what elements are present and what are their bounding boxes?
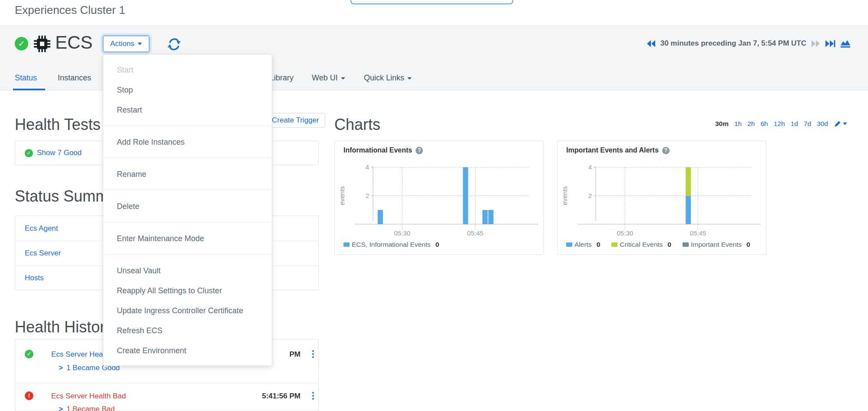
range-2h[interactable]: 2h: [747, 120, 755, 128]
kebab-menu-icon[interactable]: [310, 392, 316, 401]
ecs-agent-link[interactable]: Ecs Agent: [25, 224, 58, 233]
svg-text:2: 2: [366, 192, 369, 199]
range-1h[interactable]: 1h: [734, 120, 742, 128]
show-good-link[interactable]: Show 7 Good: [37, 149, 82, 157]
skip-to-now-icon[interactable]: [825, 40, 835, 47]
caret-down-icon: [138, 43, 142, 45]
legend-swatch: [611, 242, 617, 247]
time-range-label: 30 minutes preceding Jan 7, 5:54 PM UTC: [660, 39, 806, 48]
informational-events-chart-card: Informational Events events 2405:3005:45…: [334, 141, 544, 255]
cluster-title: Experiences Cluster 1: [15, 3, 125, 17]
svg-text:4: 4: [588, 163, 592, 171]
range-6h[interactable]: 6h: [761, 120, 768, 128]
actions-dropdown-menu: Start Stop Restart Add Role Instances Re…: [103, 54, 272, 366]
chevron-right-icon: >: [59, 405, 63, 411]
caret-down-icon: [843, 123, 847, 125]
health-event-detail[interactable]: >1 Became Bad: [59, 405, 115, 411]
health-event-time: 5:41:56 PM: [231, 392, 300, 401]
menu-item-add-role-instances[interactable]: Add Role Instances: [103, 132, 272, 152]
row-divider: [15, 383, 318, 383]
range-1d[interactable]: 1d: [791, 120, 798, 128]
range-30d[interactable]: 30d: [817, 120, 828, 128]
chart-range-selector: 30m 1h 2h 6h 12h 1d 7d 30d: [715, 120, 847, 128]
service-health-good-icon: [15, 37, 28, 50]
active-tab-underline: [13, 89, 45, 90]
ecs-server-link[interactable]: Ecs Server: [25, 249, 61, 258]
range-7d[interactable]: 7d: [804, 120, 811, 128]
became-good-icon: [25, 350, 33, 358]
informational-events-chart[interactable]: 2405:3005:45: [335, 141, 544, 239]
legend-swatch: [343, 242, 350, 247]
important-events-alerts-chart[interactable]: 2405:3005:45: [558, 141, 767, 239]
svg-text:05:45: 05:45: [690, 229, 706, 237]
time-range-control: 30 minutes preceding Jan 7, 5:54 PM UTC: [647, 39, 851, 48]
menu-item-enter-maintenance-mode[interactable]: Enter Maintenance Mode: [103, 229, 272, 249]
hosts-link[interactable]: Hosts: [25, 274, 43, 282]
menu-divider: [103, 126, 272, 126]
good-health-icon: [25, 149, 33, 157]
caret-down-icon: [407, 77, 412, 80]
range-30m[interactable]: 30m: [715, 120, 729, 128]
legend-item[interactable]: Important Events 0: [683, 241, 750, 249]
kebab-menu-icon[interactable]: [310, 350, 316, 359]
chart-legend: Alerts 0 Critical Events 0 Important Eve…: [566, 241, 750, 249]
charts-heading: Charts: [334, 116, 380, 134]
health-history-heading: Health History: [15, 318, 113, 336]
menu-item-delete[interactable]: Delete: [103, 196, 272, 216]
menu-divider: [103, 254, 272, 255]
legend-item[interactable]: Alerts 0: [566, 241, 600, 249]
menu-item-refresh-ecs[interactable]: Refresh ECS: [103, 321, 272, 341]
range-12h[interactable]: 12h: [774, 120, 785, 128]
menu-item-restart[interactable]: Restart: [103, 100, 272, 120]
chart-view-icon[interactable]: [840, 39, 851, 48]
app-root: Experiences Cluster 1 ECS Actions 30 min…: [0, 0, 868, 411]
service-name: ECS: [55, 32, 92, 53]
svg-text:4: 4: [366, 163, 369, 171]
forward-disabled-icon[interactable]: [811, 40, 820, 47]
legend-item[interactable]: ECS, Informational Events 0: [343, 241, 439, 249]
menu-item-unseal-vault[interactable]: Unseal Vault: [103, 261, 272, 281]
edit-charts-control[interactable]: [834, 120, 847, 128]
menu-item-start[interactable]: Start: [103, 60, 272, 80]
tab-instances[interactable]: Instances: [58, 73, 91, 83]
svg-text:05:30: 05:30: [617, 229, 634, 237]
health-event-link[interactable]: Ecs Server Hea: [51, 350, 103, 359]
svg-text:05:30: 05:30: [394, 229, 411, 237]
svg-text:05:45: 05:45: [467, 229, 484, 237]
ecs-service-icon: [34, 36, 50, 52]
health-event-link[interactable]: Ecs Server Health Bad: [51, 392, 126, 401]
rewind-icon[interactable]: [647, 40, 656, 47]
svg-text:2: 2: [588, 192, 592, 199]
pencil-icon: [834, 120, 841, 128]
actions-button[interactable]: Actions: [103, 36, 149, 52]
create-trigger-button[interactable]: Create Trigger: [266, 113, 325, 128]
menu-item-reapply-all-settings[interactable]: Reapply All Settings to Cluster: [103, 281, 272, 301]
menu-item-update-ingress-certificate[interactable]: Update Ingress Controller Certificate: [103, 301, 272, 321]
menu-item-create-environment[interactable]: Create Environment: [103, 341, 272, 361]
cut-off-top-control[interactable]: [350, 0, 513, 4]
refresh-icon[interactable]: [166, 36, 182, 52]
became-bad-icon: [25, 391, 33, 400]
tab-web-ui[interactable]: Web UI: [312, 73, 345, 83]
menu-divider: [103, 222, 272, 222]
tab-quick-links[interactable]: Quick Links: [364, 73, 412, 83]
health-tests-heading: Health Tests: [15, 116, 100, 134]
tab-status[interactable]: Status: [15, 73, 37, 83]
chevron-right-icon: >: [59, 364, 63, 372]
menu-divider: [103, 190, 272, 190]
menu-item-rename[interactable]: Rename: [103, 164, 272, 184]
chart-legend: ECS, Informational Events 0: [343, 241, 439, 249]
caret-down-icon: [341, 77, 345, 80]
legend-item[interactable]: Critical Events 0: [611, 241, 671, 249]
legend-swatch: [566, 242, 572, 247]
menu-item-stop[interactable]: Stop: [103, 80, 272, 100]
menu-divider: [103, 158, 272, 158]
important-events-alerts-chart-card: Important Events and Alerts events 2405:…: [557, 141, 766, 255]
legend-swatch: [683, 242, 689, 247]
